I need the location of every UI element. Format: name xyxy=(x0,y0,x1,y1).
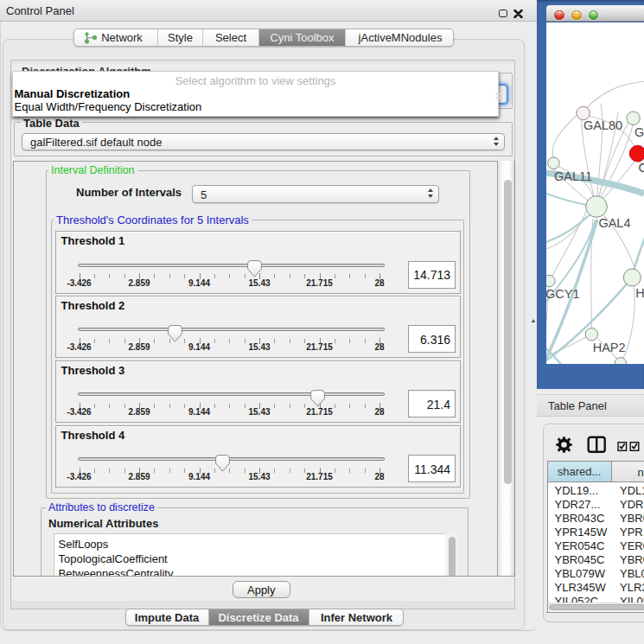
svg-text:HAP2: HAP2 xyxy=(593,341,626,354)
svg-text:GAL4: GAL4 xyxy=(598,216,630,230)
svg-text:H: H xyxy=(635,286,644,300)
svg-text:GA: GA xyxy=(634,125,644,139)
svg-text:GAL11: GAL11 xyxy=(554,169,592,183)
svg-text:GCY1: GCY1 xyxy=(546,287,580,301)
svg-text:GAL80: GAL80 xyxy=(583,118,622,132)
svg-text:C: C xyxy=(639,161,644,175)
